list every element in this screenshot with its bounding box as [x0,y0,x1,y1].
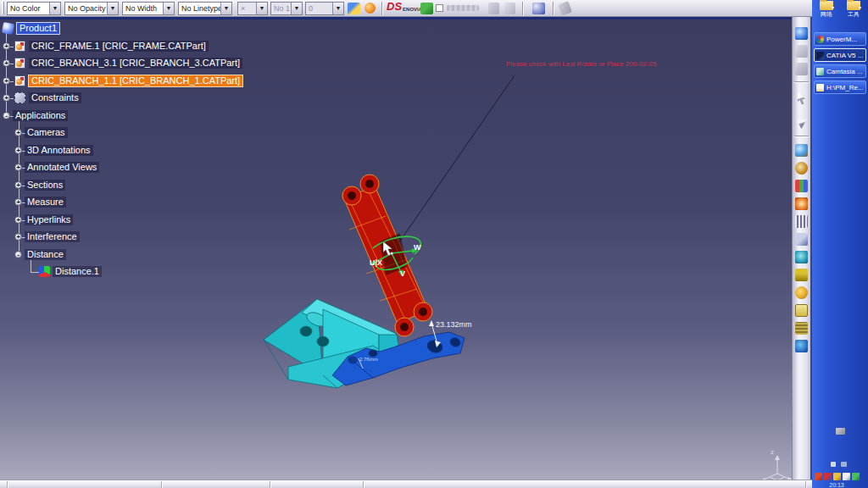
chevron-down-icon[interactable]: ▼ [49,3,60,14]
tree-expander[interactable]: + [14,233,22,241]
compass-gauge-icon[interactable] [795,162,808,175]
linetype-combobox[interactable]: No Linetype ▼ [178,2,232,15]
chevron-down-icon[interactable]: ▼ [107,3,118,14]
tree-item-label[interactable]: Interference [25,231,80,242]
annotation-grid-icon[interactable] [795,322,808,335]
tree-expander[interactable]: + [3,42,10,50]
tree-item-cameras[interactable]: + Cameras [0,126,68,139]
knowledge-t-icon[interactable] [795,286,808,299]
3d-viewport[interactable]: Please check with Leal Rotate or Place 2… [0,17,793,480]
enovia-pen-icon[interactable] [420,3,433,14]
tray-device-icon[interactable] [836,428,845,435]
linetype-combobox-value: No Linetype [179,4,220,13]
opacity-combobox[interactable]: No Opacity ▼ [64,2,119,15]
select-cursor-icon[interactable] [795,92,808,104]
tree-item-label[interactable]: Distance.1 [53,266,102,277]
tray-status-icon[interactable] [852,473,860,480]
tree-item-constraints[interactable]: + Constraints [0,92,81,104]
work-mode-label-disabled [447,5,479,11]
sparkle-render-icon[interactable] [795,197,808,210]
tree-item-label[interactable]: CRIC_FRAME.1 [CRIC_FRAME.CATPart] [29,41,209,52]
value-combobox-disabled: 0 ▼ [305,2,344,15]
tree-item-cric-frame[interactable]: + CRIC_FRAME.1 [CRIC_FRAME.CATPart] [0,40,209,53]
tree-item-sections[interactable]: + Sections [0,179,65,191]
tree-item-label[interactable]: Constraints [29,92,81,103]
fly-zoom-cursor-icon[interactable] [795,117,808,130]
tree-item-label[interactable]: Product1 [17,23,59,34]
tree-item-interference[interactable]: + Interference [0,230,80,243]
tree-expander[interactable]: + [3,77,10,85]
paint-tubes-icon[interactable] [795,180,808,192]
layer-combobox-disabled: No 1 ▼ [270,2,303,15]
tree-expander[interactable]: + [14,198,22,206]
work-mode-checkbox[interactable] [436,4,443,12]
chevron-down-icon[interactable]: ▼ [163,3,174,14]
tree-item-label[interactable]: Cameras [25,127,68,138]
tree-expander[interactable]: + [3,94,10,102]
chevron-down-icon[interactable]: ▾ [832,4,834,10]
tray-app-icon[interactable] [824,473,832,480]
lock-icon[interactable] [795,269,808,281]
tray-mini-icon[interactable] [841,462,847,467]
tree-item-cric-branch-3[interactable]: + CRIC_BRANCH_3.1 [CRIC_BRANCH_3.CATPart… [0,57,242,69]
tree-item-label[interactable]: 3D Annotations [25,145,93,156]
painter-brush-icon[interactable] [348,3,360,14]
tray-flag-icon[interactable] [815,473,822,480]
enovia-world-icon[interactable] [795,27,808,40]
tree-expander[interactable]: + [14,164,22,171]
fly-mode-icon[interactable] [795,144,808,157]
tree-expander[interactable]: + [14,216,22,224]
taskbar-folder-network[interactable]: ▾ 网络 [814,1,839,19]
taskbar-window-camtasia[interactable]: Camtasia ... [814,64,866,78]
tree-expander[interactable]: + [14,147,22,154]
tree-item-distance-1[interactable]: Distance.1 [0,265,102,278]
taskbar-folder-tools[interactable]: ▾ 工具 [841,1,866,19]
toolbar-grip[interactable] [2,2,4,14]
chevron-down-icon[interactable]: ▾ [859,4,861,10]
constraints-icon [14,92,25,103]
tree-item-label[interactable]: Hyperlinks [25,214,73,225]
taskbar-window-powerm[interactable]: PowerM... [814,32,866,46]
tree-item-hyperlinks[interactable]: + Hyperlinks [0,214,73,226]
tree-item-3d-annotations[interactable]: + 3D Annotations [0,144,93,157]
tree-item-root-product[interactable]: Product1 [3,22,59,35]
review-annotation-text[interactable]: Please check with Leal Rotate or Place 2… [506,60,656,68]
tree-item-applications[interactable]: - Applications [0,109,68,122]
tree-item-label[interactable]: Measure [25,197,66,208]
chevron-down-icon[interactable]: ▼ [220,3,231,14]
tree-item-label[interactable]: Sections [25,180,65,191]
tree-expander[interactable]: + [3,59,10,67]
tree-item-label[interactable]: CRIC_BRANCH_3.1 [CRIC_BRANCH_3.CATPart] [29,58,242,69]
tree-expander[interactable]: + [14,129,22,136]
tree-item-measure[interactable]: + Measure [0,196,66,208]
tree-expander[interactable]: - [14,251,22,258]
tray-window-icon[interactable] [843,473,850,480]
width-combobox[interactable]: No Width ▼ [122,2,175,15]
tray-warning-icon[interactable] [833,473,841,480]
tree-expander[interactable]: - [3,112,10,119]
tree-item-cric-branch-1[interactable]: + CRIC_BRANCH_1.1 [CRIC_BRANCH_1.CATPart… [0,75,242,87]
mesh-sphere-icon[interactable] [795,340,808,352]
tree-expander[interactable]: + [14,181,22,189]
tree-item-annotated-views[interactable]: + Annotated Views [0,161,99,174]
measure-ruler-icon[interactable] [795,215,808,228]
tree-item-label[interactable]: Annotated Views [25,162,99,173]
taskbar-window-explorer[interactable]: H:\PM_Re... [814,80,866,94]
numeric-box-icon[interactable] [795,304,808,317]
tree-item-distance[interactable]: - Distance [0,248,66,261]
distance-measure-label-secondary: 2.76mm [359,357,378,362]
link-mouse-icon[interactable] [532,3,545,14]
taskbar-window-catia[interactable]: CATIA V5 ... [814,48,866,62]
tree-item-label[interactable]: Distance [25,249,66,260]
folder-icon: ▾ [820,1,833,10]
tray-mini-icon[interactable] [831,462,836,467]
exit-door-icon[interactable] [795,233,808,246]
camtasia-app-icon [816,68,824,75]
screen-icon-disabled [795,63,808,75]
catalog-tree-icon[interactable] [795,251,808,263]
color-combobox[interactable]: No Color ▼ [7,2,61,15]
tree-item-label[interactable]: Applications [13,110,68,121]
width-combobox-value: No Width [123,4,163,13]
wizard-light-icon[interactable] [364,3,376,14]
tree-item-label[interactable]: CRIC_BRANCH_1.1 [CRIC_BRANCH_1.CATPart] [29,75,242,86]
